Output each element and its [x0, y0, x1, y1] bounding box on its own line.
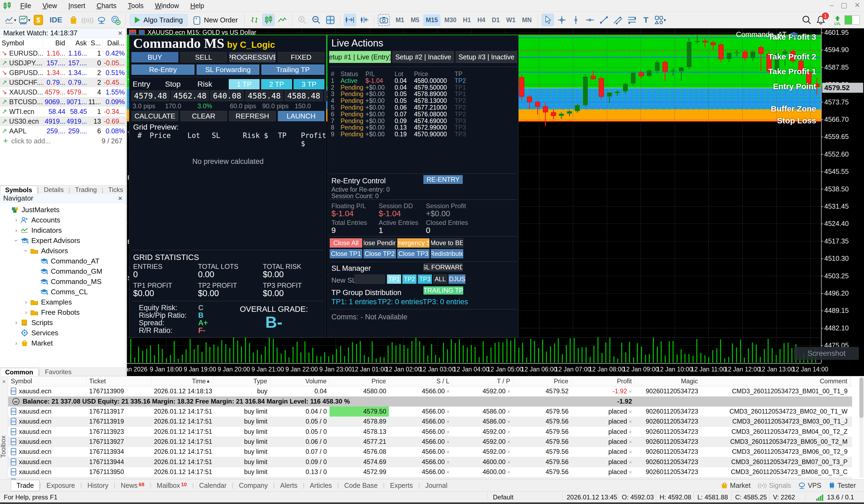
auto-scroll-icon[interactable] [344, 14, 356, 26]
zoom-out-icon[interactable] [310, 14, 322, 26]
time-tick[interactable]: 12 Jan 06:00 [521, 366, 557, 373]
setup-tab-2[interactable]: Setup #2 | Inactive [393, 51, 454, 63]
tp-button-3tp[interactable]: 3 TP [293, 79, 324, 89]
remove-order-tp-icon[interactable]: × [507, 418, 511, 425]
col-type[interactable]: Type [213, 376, 270, 386]
tab-symbols[interactable]: Symbols [0, 186, 37, 194]
order-row[interactable]: xauusd.ecn17671139342026.01.12 14:17:51b… [8, 447, 852, 457]
col-ticket[interactable]: Ticket [86, 376, 151, 386]
mode-button-fixed[interactable]: FIXED [278, 52, 325, 62]
remove-order-tp-icon[interactable]: × [507, 448, 511, 455]
sl-chip-tp2[interactable]: TP2 [403, 274, 417, 284]
live-action-row[interactable]: 7Pending+$0.000.094574.69000TP3 [328, 118, 517, 124]
remove-order-sl-icon[interactable]: × [446, 429, 450, 435]
time-tick[interactable]: 9 Jan 18:00 [149, 366, 182, 373]
timeframe-H4[interactable]: H4 [475, 14, 488, 26]
remove-order-sl-icon[interactable]: × [446, 459, 450, 465]
feature-button-re-entry[interactable]: Re-Entry [132, 64, 194, 75]
timeframe-M5[interactable]: M5 [408, 14, 422, 26]
screenshot-camera-icon[interactable] [378, 14, 390, 26]
feature-button-sl-forwarding[interactable]: SL Forwarding [196, 64, 260, 75]
close-order-icon[interactable]: × [629, 418, 632, 425]
timeframe-MN[interactable]: MN [519, 14, 535, 26]
navigator-item-justmarkets[interactable]: JustMarkets [0, 205, 125, 215]
cloud-icon[interactable] [96, 14, 108, 26]
mw-col-4[interactable]: Dail... [103, 38, 127, 48]
lvl-icon[interactable]: LVL [831, 14, 843, 26]
line-chart-type-icon[interactable] [277, 14, 288, 26]
navigator-item-indicators[interactable]: ›Indicators [0, 225, 125, 235]
remove-order-sl-icon[interactable]: × [446, 469, 450, 475]
channel-tool-icon[interactable] [612, 14, 624, 26]
zoom-in-icon[interactable] [296, 14, 308, 26]
close-order-icon[interactable]: × [629, 408, 632, 415]
new-sl-input[interactable] [355, 274, 385, 284]
chart-menu-icon[interactable] [129, 30, 136, 36]
market-watch-row[interactable]: ↗US30.ecn4919...4919...13-0.69... [0, 116, 125, 126]
time-tick[interactable]: 9 Jan 20:00 [218, 366, 250, 373]
toolbox-tab-history[interactable]: History [82, 480, 114, 491]
candlestick-type-icon[interactable] [263, 14, 274, 26]
action-button-refresh[interactable]: REFRESH [229, 111, 276, 121]
navigator-item-commando_gm[interactable]: Commando_GM [0, 266, 125, 276]
col-sl[interactable]: S / L [389, 376, 452, 386]
mw-col-1[interactable]: Bid [43, 38, 67, 48]
chart-shift-icon[interactable] [358, 14, 370, 26]
maximize-button[interactable]: ▢ [841, 1, 848, 10]
chart-restore-icon[interactable] [139, 30, 145, 36]
close-order-icon[interactable]: × [629, 439, 632, 445]
add-symbol-icon[interactable]: + [3, 136, 8, 146]
button-close-pending[interactable]: Close Pending [363, 238, 396, 247]
panel-signals[interactable]: ((•))Signals [758, 482, 791, 489]
remove-order-tp-icon[interactable]: × [507, 439, 511, 445]
sl-chip-tp1[interactable]: TP1 [387, 274, 401, 284]
navigator-item-commando_ms[interactable]: Commando_MS [0, 276, 125, 287]
market-watch-add-row[interactable]: + click to add... 9 / 267 [0, 136, 125, 146]
market-watch-row[interactable]: ↗BTCUSD....9069...9071...11...0.09% [0, 97, 125, 107]
setup-tab-3[interactable]: Setup #3 | Inactive [456, 51, 517, 63]
col-time[interactable]: Time ▲ [151, 376, 213, 386]
order-row[interactable]: xauusd.ecn17671139442026.01.12 14:17:51b… [8, 457, 852, 467]
ea-input-0[interactable]: 4579.48 [132, 90, 169, 101]
timeframe-M30[interactable]: M30 [442, 14, 459, 26]
time-tick[interactable]: 12 Jan 02:00 [385, 366, 421, 373]
time-tick[interactable]: 9 Jan 19:00 [184, 366, 216, 373]
market-watch-row[interactable]: ↗USDCHF....0.79...0.79...2-0.45... [0, 77, 125, 87]
col-comment[interactable]: Comment [701, 376, 850, 386]
timeframe-D1[interactable]: D1 [489, 14, 502, 26]
button-close-tp1[interactable]: Close TP1 [330, 249, 362, 258]
mode-button-buy[interactable]: BUY [132, 52, 178, 62]
sl-chip-tp3[interactable]: TP3 [418, 274, 432, 284]
tab-trading[interactable]: Trading [70, 186, 101, 194]
expander-icon[interactable]: › [12, 226, 20, 234]
col-symbol[interactable]: Symbol [8, 376, 86, 386]
toolbox-tab-mailbox[interactable]: Mailbox10 [151, 480, 192, 491]
sl-forward-button[interactable]: SL FORWARD [423, 263, 463, 271]
menu-insert[interactable]: Insert [63, 2, 91, 10]
horizontal-line-tool-icon[interactable] [584, 14, 596, 26]
tab-details[interactable]: Details [39, 186, 68, 194]
mw-col-2[interactable]: Ask [67, 38, 88, 48]
fibonacci-tool-icon[interactable] [626, 14, 638, 26]
market-watch-row[interactable]: ↘XAUUSD....4579...4579...41.55% [0, 87, 125, 97]
order-row[interactable]: xauusd.ecn17671139582026.01.12 14:17:51b… [8, 477, 852, 479]
toolbox-tab-journal[interactable]: Journal [420, 480, 453, 491]
close-button[interactable]: ✕ [854, 1, 860, 10]
close-order-icon[interactable]: × [629, 429, 632, 435]
indicators-icon[interactable]: ▾ [19, 14, 30, 26]
col-volume[interactable]: Volume [270, 376, 329, 386]
menu-file[interactable]: File [15, 2, 37, 10]
panel-tester[interactable]: Tester [828, 482, 856, 489]
menu-view[interactable]: View [37, 2, 63, 10]
market-watch-row[interactable]: ↗USDJPY....157....157....0-0.05... [0, 58, 125, 68]
vertical-line-tool-icon[interactable] [570, 14, 582, 26]
reentry-button[interactable]: RE-ENTRY [423, 175, 463, 184]
remove-order-tp-icon[interactable]: × [507, 459, 511, 465]
time-tick[interactable]: 12 Jan 11:00 [691, 366, 726, 373]
time-tick[interactable]: 12 Jan 05:00 [487, 366, 523, 373]
toolbox-tab-code-base[interactable]: Code Base [339, 480, 383, 491]
time-tick[interactable]: 12 Jan 12:00 [724, 366, 760, 373]
minimize-button[interactable]: – [830, 1, 833, 10]
algo-trading-button[interactable]: Algo Trading [130, 14, 188, 26]
remove-order-tp-icon[interactable]: × [507, 469, 511, 475]
